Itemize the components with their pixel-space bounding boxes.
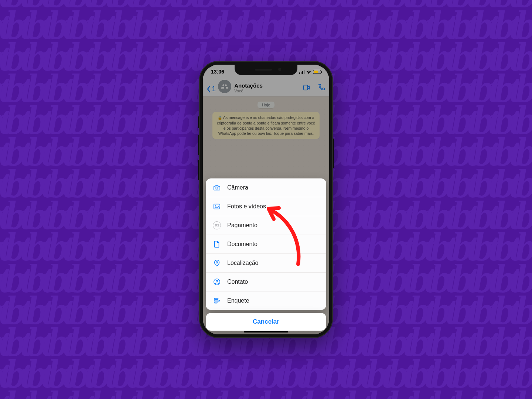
svg-point-5 bbox=[216, 280, 218, 282]
svg-point-3 bbox=[216, 262, 218, 263]
image-icon bbox=[212, 202, 221, 211]
chevron-left-icon bbox=[207, 85, 211, 93]
svg-point-0 bbox=[216, 187, 218, 189]
phone-icon bbox=[317, 83, 325, 92]
video-camera-icon bbox=[303, 83, 311, 92]
chat-subtitle: Você bbox=[234, 89, 303, 93]
sheet-item-label: Localização bbox=[227, 260, 259, 266]
voice-call-button[interactable] bbox=[317, 83, 325, 93]
back-unread-count: 1 bbox=[212, 85, 216, 93]
payment-icon: R$ bbox=[212, 221, 221, 230]
sheet-item-document[interactable]: Documento bbox=[206, 235, 326, 253]
sheet-item-label: Pagamento bbox=[227, 222, 258, 229]
sheet-item-label: Enquete bbox=[227, 297, 249, 304]
sheet-item-poll[interactable]: Enquete bbox=[206, 291, 326, 310]
date-pill: Hoje bbox=[258, 102, 275, 108]
home-indicator[interactable] bbox=[244, 331, 288, 332]
document-icon bbox=[212, 240, 221, 249]
sheet-item-contact[interactable]: Contato bbox=[206, 272, 326, 291]
phone-notch bbox=[235, 65, 297, 75]
encryption-text: As mensagens e as chamadas são protegida… bbox=[217, 115, 315, 136]
svg-rect-6 bbox=[214, 299, 218, 300]
location-pin-icon bbox=[212, 259, 221, 267]
battery-icon bbox=[313, 70, 321, 74]
sheet-item-location[interactable]: Localização bbox=[206, 253, 326, 272]
sheet-cancel-button[interactable]: Cancelar bbox=[206, 313, 326, 331]
sheet-item-label: Contato bbox=[227, 279, 248, 285]
camera-icon bbox=[212, 183, 221, 192]
back-button[interactable]: 1 bbox=[207, 85, 216, 93]
video-call-button[interactable] bbox=[303, 83, 311, 93]
phone-screen: 13:06 1 Anotações Você bbox=[203, 65, 329, 334]
chat-avatar[interactable] bbox=[218, 80, 231, 93]
svg-rect-7 bbox=[214, 300, 220, 301]
sheet-item-photos-videos[interactable]: Fotos e vídeos bbox=[206, 197, 326, 216]
sheet-item-payment[interactable]: R$ Pagamento bbox=[206, 216, 326, 235]
phone-frame: 13:06 1 Anotações Você bbox=[199, 61, 333, 338]
wifi-icon bbox=[306, 69, 311, 74]
sheet-item-label: Fotos e vídeos bbox=[227, 203, 266, 210]
group-icon bbox=[221, 83, 228, 90]
sheet-item-label: Câmera bbox=[227, 184, 248, 191]
sheet-item-label: Documento bbox=[227, 241, 258, 248]
svg-point-2 bbox=[215, 205, 216, 207]
chat-name: Anotações bbox=[234, 82, 303, 89]
encryption-notice[interactable]: 🔒 As mensagens e as chamadas são protegi… bbox=[212, 112, 320, 139]
contact-icon bbox=[212, 277, 221, 286]
lock-icon: 🔒 bbox=[218, 116, 222, 120]
chat-title-block[interactable]: Anotações Você bbox=[234, 82, 303, 93]
attachment-action-sheet: Câmera Fotos e vídeos R$ Pagamento bbox=[206, 178, 326, 331]
cellular-signal-icon bbox=[299, 70, 305, 74]
svg-rect-8 bbox=[214, 302, 217, 303]
poll-icon bbox=[212, 296, 221, 305]
status-time: 13:06 bbox=[211, 69, 224, 75]
sheet-item-camera[interactable]: Câmera bbox=[206, 178, 326, 197]
